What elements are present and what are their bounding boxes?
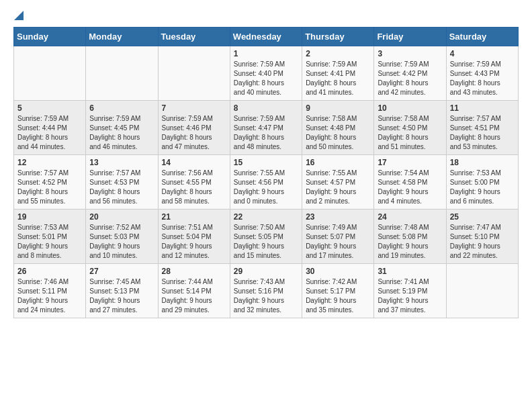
day-cell: 16Sunrise: 7:55 AMSunset: 4:57 PMDayligh… [302,155,374,210]
day-info: Sunrise: 7:57 AMSunset: 4:52 PMDaylight:… [17,169,82,206]
day-info: Sunrise: 7:57 AMSunset: 4:51 PMDaylight:… [450,114,515,152]
day-cell: 6Sunrise: 7:59 AMSunset: 4:45 PMDaylight… [86,101,158,155]
day-info: Sunrise: 7:48 AMSunset: 5:08 PMDaylight:… [378,223,442,261]
day-number: 10 [378,103,442,113]
day-cell: 12Sunrise: 7:57 AMSunset: 4:52 PMDayligh… [14,155,86,210]
day-number: 6 [89,103,154,113]
day-number: 24 [378,212,442,222]
day-cell: 26Sunrise: 7:46 AMSunset: 5:11 PMDayligh… [14,264,86,318]
day-number: 25 [450,212,515,222]
day-info: Sunrise: 7:55 AMSunset: 4:56 PMDaylight:… [234,169,298,206]
week-row-1: 1Sunrise: 7:59 AMSunset: 4:40 PMDaylight… [14,46,519,101]
day-info: Sunrise: 7:43 AMSunset: 5:16 PMDaylight:… [234,277,298,315]
day-cell: 15Sunrise: 7:55 AMSunset: 4:56 PMDayligh… [230,155,302,210]
day-cell: 8Sunrise: 7:59 AMSunset: 4:47 PMDaylight… [230,101,302,155]
day-cell: 3Sunrise: 7:59 AMSunset: 4:42 PMDaylight… [374,46,446,101]
day-number: 9 [306,103,370,113]
day-number: 27 [89,267,154,276]
day-number: 28 [162,267,226,276]
day-of-week-tuesday: Tuesday [158,28,230,46]
day-info: Sunrise: 7:49 AMSunset: 5:07 PMDaylight:… [306,223,370,261]
week-row-4: 19Sunrise: 7:53 AMSunset: 5:01 PMDayligh… [14,210,519,264]
day-cell: 29Sunrise: 7:43 AMSunset: 5:16 PMDayligh… [230,264,302,318]
day-info: Sunrise: 7:52 AMSunset: 5:03 PMDaylight:… [89,223,154,261]
day-cell [14,46,86,101]
day-info: Sunrise: 7:59 AMSunset: 4:42 PMDaylight:… [378,60,442,97]
day-number: 31 [378,267,442,276]
day-info: Sunrise: 7:51 AMSunset: 5:04 PMDaylight:… [162,223,226,261]
day-cell: 2Sunrise: 7:59 AMSunset: 4:41 PMDaylight… [302,46,374,101]
day-info: Sunrise: 7:59 AMSunset: 4:40 PMDaylight:… [234,60,298,97]
day-number: 12 [17,158,82,167]
day-cell: 20Sunrise: 7:52 AMSunset: 5:03 PMDayligh… [86,210,158,264]
day-of-week-monday: Monday [86,28,158,46]
day-info: Sunrise: 7:56 AMSunset: 4:55 PMDaylight:… [162,169,226,206]
day-cell: 9Sunrise: 7:58 AMSunset: 4:48 PMDaylight… [302,101,374,155]
day-cell: 18Sunrise: 7:53 AMSunset: 5:00 PMDayligh… [446,155,518,210]
day-number: 16 [306,158,370,167]
day-number: 4 [450,49,515,58]
day-number: 19 [17,212,82,222]
day-of-week-friday: Friday [374,28,446,46]
day-cell: 5Sunrise: 7:59 AMSunset: 4:44 PMDaylight… [14,101,86,155]
day-info: Sunrise: 7:53 AMSunset: 5:01 PMDaylight:… [17,223,82,261]
day-cell: 23Sunrise: 7:49 AMSunset: 5:07 PMDayligh… [302,210,374,264]
page: SundayMondayTuesdayWednesdayThursdayFrid… [0,0,532,329]
day-number: 21 [162,212,226,222]
week-row-3: 12Sunrise: 7:57 AMSunset: 4:52 PMDayligh… [14,155,519,210]
day-of-week-sunday: Sunday [14,28,86,46]
header [13,11,519,20]
day-number: 20 [89,212,154,222]
day-number: 18 [450,158,515,167]
logo [13,11,24,20]
day-info: Sunrise: 7:59 AMSunset: 4:43 PMDaylight:… [450,60,515,97]
week-row-2: 5Sunrise: 7:59 AMSunset: 4:44 PMDaylight… [14,101,519,155]
day-cell: 24Sunrise: 7:48 AMSunset: 5:08 PMDayligh… [374,210,446,264]
day-cell: 30Sunrise: 7:42 AMSunset: 5:17 PMDayligh… [302,264,374,318]
day-cell: 28Sunrise: 7:44 AMSunset: 5:14 PMDayligh… [158,264,230,318]
day-cell: 13Sunrise: 7:57 AMSunset: 4:53 PMDayligh… [86,155,158,210]
day-info: Sunrise: 7:57 AMSunset: 4:53 PMDaylight:… [89,169,154,206]
logo-icon [14,11,24,20]
day-of-week-saturday: Saturday [446,28,518,46]
day-info: Sunrise: 7:45 AMSunset: 5:13 PMDaylight:… [89,277,154,315]
day-cell: 10Sunrise: 7:58 AMSunset: 4:50 PMDayligh… [374,101,446,155]
day-of-week-thursday: Thursday [302,28,374,46]
day-number: 13 [89,158,154,167]
day-cell [86,46,158,101]
day-number: 26 [17,267,82,276]
week-row-5: 26Sunrise: 7:46 AMSunset: 5:11 PMDayligh… [14,264,519,318]
day-info: Sunrise: 7:53 AMSunset: 5:00 PMDaylight:… [450,169,515,206]
day-number: 23 [306,212,370,222]
day-number: 1 [234,49,298,58]
day-info: Sunrise: 7:59 AMSunset: 4:47 PMDaylight:… [234,114,298,152]
day-info: Sunrise: 7:59 AMSunset: 4:46 PMDaylight:… [162,114,226,152]
day-number: 22 [234,212,298,222]
day-info: Sunrise: 7:54 AMSunset: 4:58 PMDaylight:… [378,169,442,206]
day-number: 7 [162,103,226,113]
day-cell: 1Sunrise: 7:59 AMSunset: 4:40 PMDaylight… [230,46,302,101]
day-number: 14 [162,158,226,167]
calendar-header-row: SundayMondayTuesdayWednesdayThursdayFrid… [14,28,519,46]
day-cell: 25Sunrise: 7:47 AMSunset: 5:10 PMDayligh… [446,210,518,264]
day-number: 8 [234,103,298,113]
day-cell: 14Sunrise: 7:56 AMSunset: 4:55 PMDayligh… [158,155,230,210]
day-info: Sunrise: 7:42 AMSunset: 5:17 PMDaylight:… [306,277,370,315]
day-number: 30 [306,267,370,276]
day-info: Sunrise: 7:58 AMSunset: 4:50 PMDaylight:… [378,114,442,152]
day-cell: 4Sunrise: 7:59 AMSunset: 4:43 PMDaylight… [446,46,518,101]
day-info: Sunrise: 7:58 AMSunset: 4:48 PMDaylight:… [306,114,370,152]
day-info: Sunrise: 7:55 AMSunset: 4:57 PMDaylight:… [306,169,370,206]
day-cell: 31Sunrise: 7:41 AMSunset: 5:19 PMDayligh… [374,264,446,318]
day-info: Sunrise: 7:46 AMSunset: 5:11 PMDaylight:… [17,277,82,315]
day-cell: 19Sunrise: 7:53 AMSunset: 5:01 PMDayligh… [14,210,86,264]
day-cell [158,46,230,101]
day-number: 5 [17,103,82,113]
day-of-week-wednesday: Wednesday [230,28,302,46]
day-info: Sunrise: 7:44 AMSunset: 5:14 PMDaylight:… [162,277,226,315]
day-info: Sunrise: 7:50 AMSunset: 5:05 PMDaylight:… [234,223,298,261]
day-info: Sunrise: 7:59 AMSunset: 4:41 PMDaylight:… [306,60,370,97]
day-number: 2 [306,49,370,58]
day-cell: 22Sunrise: 7:50 AMSunset: 5:05 PMDayligh… [230,210,302,264]
day-info: Sunrise: 7:59 AMSunset: 4:44 PMDaylight:… [17,114,82,152]
